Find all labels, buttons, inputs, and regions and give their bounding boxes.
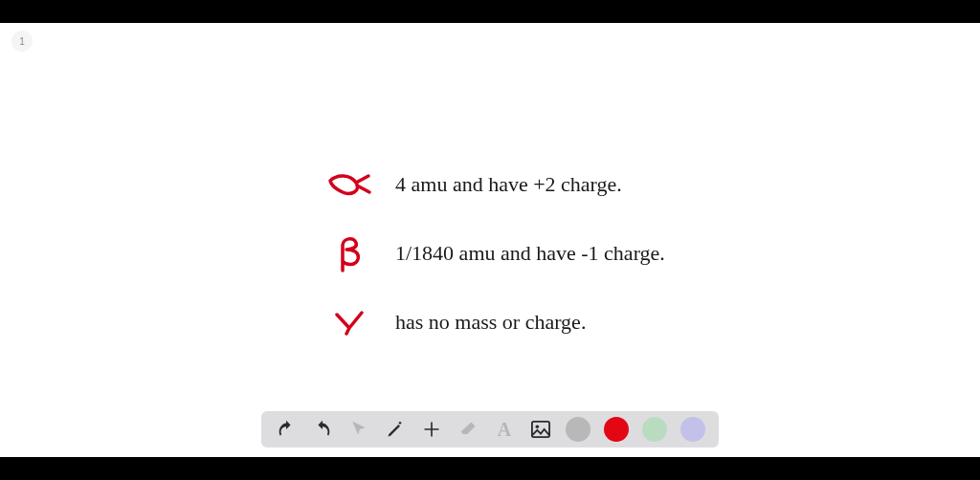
color-gray[interactable] bbox=[566, 417, 590, 442]
svg-point-1 bbox=[536, 425, 540, 428]
page-number: 1 bbox=[19, 36, 25, 47]
plus-tool[interactable] bbox=[420, 418, 443, 441]
color-green[interactable] bbox=[642, 417, 667, 442]
text-tool[interactable]: A bbox=[493, 418, 516, 441]
page-indicator: 1 bbox=[11, 31, 33, 52]
beta-symbol bbox=[321, 234, 378, 273]
alpha-text: 4 amu and have +2 charge. bbox=[395, 172, 622, 197]
row-alpha: 4 amu and have +2 charge. bbox=[0, 171, 980, 198]
row-beta: 1/1840 amu and have -1 charge. bbox=[0, 234, 980, 273]
eraser-tool[interactable] bbox=[457, 418, 479, 441]
content-area: 4 amu and have +2 charge. 1/1840 amu and… bbox=[0, 171, 980, 336]
color-purple[interactable] bbox=[680, 417, 705, 442]
alpha-symbol bbox=[321, 171, 378, 198]
image-tool[interactable] bbox=[529, 418, 552, 441]
color-red[interactable] bbox=[604, 417, 629, 442]
drawing-toolbar: A bbox=[261, 411, 719, 447]
undo-button[interactable] bbox=[275, 418, 298, 441]
whiteboard-canvas[interactable]: 1 4 amu and have +2 charge. 1/1840 amu a… bbox=[0, 23, 980, 457]
redo-button[interactable] bbox=[311, 418, 334, 441]
row-gamma: has no mass or charge. bbox=[0, 309, 980, 336]
gamma-text: has no mass or charge. bbox=[395, 310, 586, 335]
pencil-tool[interactable] bbox=[384, 418, 407, 441]
beta-text: 1/1840 amu and have -1 charge. bbox=[395, 241, 665, 266]
pointer-tool[interactable] bbox=[347, 418, 370, 441]
gamma-symbol bbox=[321, 309, 378, 336]
